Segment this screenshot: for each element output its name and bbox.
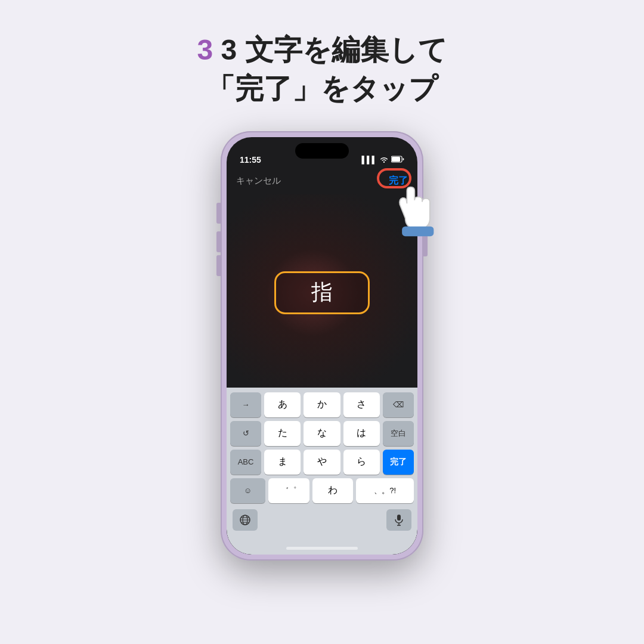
status-icons: ▌▌▌ [361,156,404,165]
key-ma[interactable]: ま [264,450,301,475]
key-ra[interactable]: ら [343,450,380,475]
key-microphone[interactable] [386,509,411,531]
title-line1: 3 文字を編集して [221,34,447,66]
svg-rect-1 [392,157,400,162]
key-ka[interactable]: か [304,392,340,417]
home-bar [286,547,358,550]
nav-bar: キャンセル 完了 [227,168,417,194]
dynamic-island [295,143,349,159]
key-dakuten[interactable]: ゛゜ [268,478,309,503]
keyboard-row-4: ☺ ゛゜ わ 、。?! [230,478,414,503]
app-area: 指 [227,194,417,391]
key-ha[interactable]: は [343,421,380,446]
key-undo[interactable]: ↺ [230,421,261,446]
signal-icon: ▌▌▌ [361,156,377,164]
cancel-button[interactable]: キャンセル [236,175,281,187]
phone-mockup: 11:55 ▌▌▌ キャンセル 完了 [221,131,423,561]
keyboard-rows: → あ か さ ⌫ ↺ た な は 空白 [227,388,417,507]
keyboard-row-1: → あ か さ ⌫ [230,392,414,417]
phone-screen: 11:55 ▌▌▌ キャンセル 完了 [227,137,417,555]
step-number: 3 [197,34,213,66]
status-time: 11:55 [240,155,261,165]
keyboard-area: → あ か さ ⌫ ↺ た な は 空白 [227,388,417,555]
key-na[interactable]: な [304,421,340,446]
key-delete[interactable]: ⌫ [383,392,414,417]
key-ya[interactable]: や [304,450,340,475]
wifi-icon [380,156,388,165]
key-arrow[interactable]: → [230,392,261,417]
key-a[interactable]: あ [264,392,301,417]
svg-rect-7 [397,515,401,521]
keyboard-bottom-row [227,507,417,531]
key-sa[interactable]: さ [343,392,380,417]
sticker-box: 指 [274,271,370,314]
key-emoji[interactable]: ☺ [230,478,265,503]
done-button[interactable]: 完了 [389,175,408,187]
key-done[interactable]: 完了 [383,450,414,475]
key-abc[interactable]: ABC [230,450,261,475]
keyboard-row-2: ↺ た な は 空白 [230,421,414,446]
title-line2: 「完了」をタップ [206,73,438,104]
phone-shell: 11:55 ▌▌▌ キャンセル 完了 [221,131,423,561]
key-ta[interactable]: た [264,421,301,446]
key-space[interactable]: 空白 [383,421,414,446]
key-punct[interactable]: 、。?! [356,478,414,503]
battery-icon [391,156,404,165]
page-title: 3 3 文字を編集して 「完了」をタップ [197,31,447,109]
key-globe[interactable] [233,509,258,531]
sticker-text: 指 [311,278,333,307]
key-wa[interactable]: わ [312,478,354,503]
keyboard-row-3: ABC ま や ら 完了 [230,450,414,475]
